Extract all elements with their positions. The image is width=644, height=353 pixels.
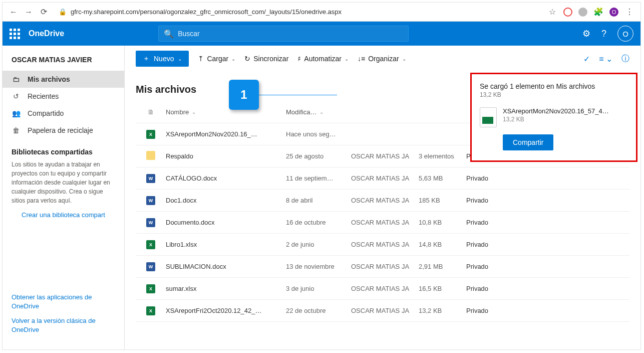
- folder-icon: 🗀: [12, 75, 21, 83]
- toast-subtitle: 13,2 KB: [480, 91, 628, 98]
- toast-filename: XSAreportMon2Nov2020.16_57_4…: [503, 107, 609, 115]
- file-owner: OSCAR MATIAS JA: [351, 263, 419, 270]
- main-content: ＋ Nuevo ⌄ ⤒ Cargar ⌄ ↻ Sincronizar ♯ Aut…: [125, 46, 640, 349]
- file-name: Doc1.docx: [166, 197, 286, 204]
- sidebar-item-recycle[interactable]: 🗑 Papelera de reciclaje: [3, 122, 124, 139]
- info-icon[interactable]: ⓘ: [621, 54, 629, 64]
- automate-button[interactable]: ♯ Automatizar ⌄: [297, 55, 349, 63]
- file-modified: 13 de noviembre: [286, 263, 351, 270]
- file-name: CATÁLOGO.docx: [166, 174, 286, 182]
- table-row[interactable]: WDocumento.docx16 de octubreOSCAR MATIAS…: [136, 212, 629, 234]
- share-button[interactable]: Compartir: [503, 134, 553, 150]
- address-bar[interactable]: 🔒 gfrc-my.sharepoint.com/personal/ogonza…: [54, 8, 542, 16]
- upload-toast: Se cargó 1 elemento en Mis archivos 13,2…: [470, 73, 637, 162]
- command-bar: ＋ Nuevo ⌄ ⤒ Cargar ⌄ ↻ Sincronizar ♯ Aut…: [125, 46, 640, 72]
- table-row[interactable]: WCATÁLOGO.docx11 de septiem…OSCAR MATIAS…: [136, 167, 629, 190]
- file-modified: 16 de octubre: [286, 219, 351, 226]
- sync-button[interactable]: ↻ Sincronizar: [244, 55, 288, 63]
- file-modified: Hace unos seg…: [286, 130, 351, 138]
- menu-kebab-icon[interactable]: ⋮: [624, 7, 634, 17]
- table-row[interactable]: WDoc1.docx8 de abrilOSCAR MATIAS JA185 K…: [136, 190, 629, 212]
- file-name: SUBLIMACION.docx: [166, 263, 286, 270]
- new-button[interactable]: ＋ Nuevo ⌄: [136, 51, 189, 67]
- gear-icon[interactable]: ⚙: [582, 28, 590, 39]
- reload-icon[interactable]: ⟳: [39, 7, 49, 17]
- forward-icon[interactable]: →: [24, 8, 34, 17]
- file-name: Documento.docx: [166, 219, 286, 226]
- sidebar-item-my-files[interactable]: 🗀 Mis archivos: [3, 71, 124, 88]
- plus-icon: ＋: [143, 54, 150, 63]
- create-library-link[interactable]: Crear una biblioteca compart: [3, 205, 124, 219]
- organize-button[interactable]: ↓≡ Organizar ⌄: [358, 55, 406, 63]
- upload-label: Cargar: [207, 55, 228, 63]
- sidebar-item-label: Compartido: [28, 109, 64, 117]
- star-icon[interactable]: ☆: [547, 7, 557, 17]
- file-size: 5,63 MB: [419, 174, 466, 182]
- col-modified[interactable]: Modifica…⌄: [286, 108, 351, 116]
- classic-onedrive-link[interactable]: Volver a la versión clásica de OneDrive: [12, 316, 115, 334]
- user-name: OSCAR MATIAS JAVIER: [3, 52, 124, 71]
- table-row[interactable]: XLibro1.xlsx2 de junioOSCAR MATIAS JA14,…: [136, 234, 629, 256]
- sidebar-item-recent[interactable]: ↺ Recientes: [3, 88, 124, 105]
- lock-icon: 🔒: [59, 8, 67, 16]
- chevron-down-icon: ⌄: [231, 56, 235, 62]
- search-box[interactable]: 🔍: [158, 26, 409, 42]
- sidebar-section-title: Bibliotecas compartidas: [3, 139, 124, 160]
- file-sharing: Privado: [466, 263, 514, 270]
- file-sharing: Privado: [466, 197, 514, 204]
- sync-icon: ↻: [244, 55, 250, 63]
- col-modified-label: Modifica…: [286, 108, 316, 116]
- col-name[interactable]: Nombre⌄: [166, 108, 286, 116]
- table-row[interactable]: Xsumar.xlsx3 de junioOSCAR MATIAS JA16,5…: [136, 278, 629, 300]
- view-options-icon[interactable]: ≡ ⌄: [599, 54, 612, 64]
- file-modified: 3 de junio: [286, 285, 351, 292]
- chevron-down-icon: ⌄: [319, 109, 324, 115]
- file-size: 16,5 KB: [419, 285, 466, 292]
- user-avatar[interactable]: O: [617, 26, 633, 42]
- chevron-down-icon: ⌄: [192, 109, 196, 115]
- get-apps-link[interactable]: Obtener las aplicaciones de OneDrive: [12, 293, 115, 311]
- waffle-icon[interactable]: [10, 29, 20, 39]
- file-type-icon: X: [146, 130, 155, 139]
- file-modified: 22 de octubre: [286, 307, 351, 314]
- file-owner: OSCAR MATIAS JA: [351, 307, 419, 314]
- profile-avatar-icon[interactable]: O: [609, 8, 618, 17]
- file-type-icon: W: [146, 196, 155, 205]
- excel-file-icon: X a,: [480, 107, 497, 127]
- table-row[interactable]: WSUBLIMACION.docx13 de noviembreOSCAR MA…: [136, 256, 629, 278]
- upload-icon: ⤒: [198, 55, 204, 63]
- ext-adblock-icon[interactable]: [563, 8, 572, 17]
- clock-icon: ↺: [12, 92, 21, 100]
- sidebar-item-label: Mis archivos: [28, 75, 70, 83]
- app-header: OneDrive 🔍 ⚙ ? O: [3, 22, 640, 46]
- organize-label: Organizar: [368, 55, 399, 63]
- search-input[interactable]: [178, 30, 403, 38]
- file-name: Respaldo: [166, 152, 286, 160]
- browser-chrome: ← → ⟳ 🔒 gfrc-my.sharepoint.com/personal/…: [3, 3, 640, 22]
- back-icon[interactable]: ←: [9, 8, 19, 17]
- callout-line: [259, 95, 337, 95]
- url-text: gfrc-my.sharepoint.com/personal/ogonzale…: [71, 8, 342, 16]
- table-row[interactable]: XXSAreportFri2Oct2020.12_42_…22 de octub…: [136, 300, 629, 322]
- sidebar-item-shared[interactable]: 👥 Compartido: [3, 105, 124, 122]
- file-type-icon: W: [146, 262, 155, 271]
- file-modified: 11 de septiem…: [286, 174, 351, 182]
- file-modified: 2 de junio: [286, 241, 351, 248]
- file-owner: OSCAR MATIAS JA: [351, 197, 419, 204]
- people-icon: 👥: [12, 109, 21, 117]
- help-icon[interactable]: ?: [601, 29, 606, 39]
- file-modified: 25 de agosto: [286, 152, 351, 160]
- file-type-icon: X: [146, 306, 155, 315]
- toast-filesize: 13,2 KB: [503, 116, 609, 123]
- upload-button[interactable]: ⤒ Cargar ⌄: [198, 55, 235, 63]
- app-title[interactable]: OneDrive: [29, 29, 64, 38]
- toast-title: Se cargó 1 elemento en Mis archivos: [480, 82, 628, 90]
- puzzle-icon[interactable]: 🧩: [593, 7, 603, 17]
- ext-icon[interactable]: [578, 8, 587, 17]
- file-size: 185 KB: [419, 197, 466, 204]
- doc-type-column-icon[interactable]: 🗎: [136, 108, 166, 116]
- check-icon[interactable]: ✓: [583, 54, 590, 64]
- file-modified: 8 de abril: [286, 197, 351, 204]
- trash-icon: 🗑: [12, 126, 21, 134]
- file-owner: OSCAR MATIAS JA: [351, 174, 419, 182]
